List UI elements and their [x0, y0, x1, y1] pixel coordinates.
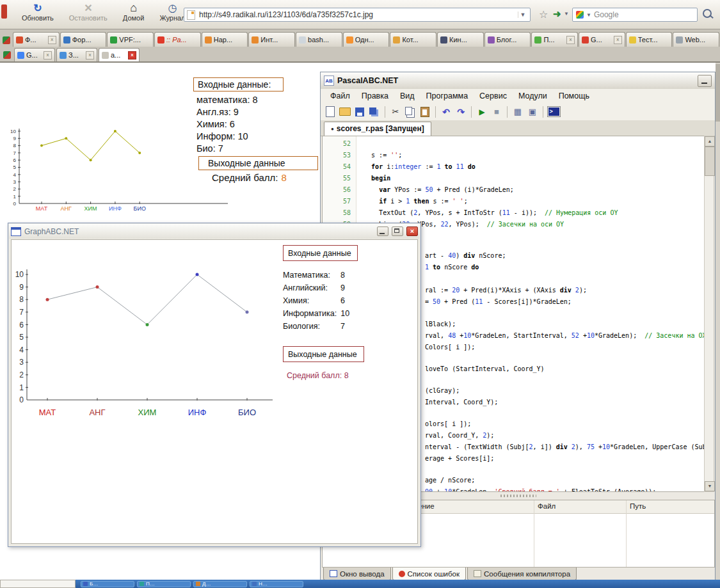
average-score-value: 8 [281, 172, 286, 183]
minimize-button[interactable] [377, 226, 388, 236]
form-icon [11, 227, 21, 236]
code-text: if i > 1 then s := ' '; [356, 196, 468, 207]
tab-close-icon[interactable]: x [128, 51, 136, 60]
menu-item[interactable]: Вид [394, 90, 420, 102]
menu-item[interactable]: Правка [356, 90, 394, 102]
menu-item[interactable]: Помощь [553, 90, 595, 102]
nav-home-button[interactable]: ⌂Домой [123, 2, 145, 22]
menu-item[interactable]: Файл [324, 90, 356, 102]
browser-tab[interactable]: Блог... [484, 32, 531, 47]
subject-label: Информатика: [283, 307, 337, 320]
search-engine-dropdown-icon[interactable]: ▼ [586, 12, 591, 18]
output-data-box: Выходные данные [283, 346, 364, 362]
browser-scrollbar[interactable] [716, 63, 720, 580]
maximize-button[interactable] [392, 226, 403, 236]
panel-tab-compiler-messages[interactable]: Сообщения компилятора [467, 568, 577, 580]
panel-tab-output-window[interactable]: Окно вывода [323, 568, 391, 580]
tab-close-icon[interactable]: x [614, 36, 622, 44]
open-icon [339, 107, 351, 116]
subject-value: 6 [340, 296, 345, 305]
scroll-down-icon[interactable]: ▼ [705, 481, 715, 491]
browser-tab[interactable]: Ф...x [13, 32, 60, 47]
nav-stop-button[interactable]: ✕Остановить [69, 2, 108, 22]
menu-bar: ФайлПравкаВидПрограммаСервисМодулиПомощь [321, 89, 715, 104]
browser-tab[interactable]: a...x [99, 48, 140, 61]
toolbar-undo-button[interactable]: ↶ [440, 106, 452, 118]
bookmark-star-icon[interactable]: ☆ [539, 8, 548, 20]
toolbar-run-button[interactable]: ▶ [476, 106, 488, 118]
code-text: for i:integer := 1 to 11 do [356, 161, 476, 173]
taskbar-button[interactable]: Б… [81, 581, 134, 587]
browser-tab[interactable]: Тест... [626, 32, 673, 47]
scrollbar-thumb[interactable] [716, 64, 720, 122]
toolbar-stop-button[interactable]: ■ [490, 106, 503, 118]
toolbar-console-button[interactable]: > [547, 106, 560, 118]
minimize-button[interactable] [698, 75, 712, 87]
browser-tab[interactable]: Фор... [60, 32, 107, 47]
browser-tab[interactable]: Web... [673, 32, 719, 47]
copy-icon [405, 107, 412, 115]
toolbar-open-button[interactable] [339, 106, 351, 118]
browser-tab[interactable]: Кин... [437, 32, 484, 47]
x-category-label: МАТ [36, 205, 48, 212]
toolbar-redo-button[interactable]: ↷ [454, 106, 467, 118]
input-line: Био: 7 [196, 143, 258, 155]
nav-refresh-button[interactable]: ↻Обновить [22, 2, 54, 22]
browser-tab[interactable]: bash... [296, 32, 342, 47]
browser-tab[interactable]: П...x [531, 32, 578, 47]
x-category-label: МАТ [39, 408, 56, 417]
error-list-icon [399, 571, 405, 577]
editor-scrollbar[interactable]: ▲ ▼ [704, 136, 714, 492]
browser-tab[interactable]: З...x [56, 48, 97, 61]
pascalabc-icon: AB [324, 75, 334, 86]
taskbar-button[interactable]: Д… [193, 581, 247, 587]
menu-item[interactable]: Модули [513, 90, 553, 102]
browser-tab[interactable]: Инт... [248, 32, 295, 47]
go-dropdown-icon[interactable]: ▼ [564, 11, 569, 17]
go-arrow-icon[interactable]: ➜ [553, 8, 561, 20]
browser-tab[interactable]: Кот... [390, 32, 436, 47]
series-line [47, 274, 247, 324]
browser-tab[interactable]: :: Pa... [154, 32, 201, 47]
tab-close-icon[interactable]: x [48, 36, 56, 44]
toolbar-windows-button[interactable]: ▣ [526, 106, 539, 118]
toolbar-cut-button[interactable]: ✂ [389, 106, 402, 118]
input-line: математика: 8 [196, 94, 258, 106]
browser-tab[interactable]: Одн... [343, 32, 390, 47]
average-score-line: Средний балл:8 [212, 172, 287, 183]
undo-icon: ↶ [442, 107, 450, 117]
editor-scrollbar-thumb[interactable] [705, 147, 715, 176]
address-bar[interactable]: http://s49.radikal.ru/i123/1103/6d/a735f… [184, 8, 531, 22]
browser-tab[interactable]: G...x [14, 48, 55, 61]
taskbar-button[interactable]: П… [137, 581, 191, 587]
browser-tab[interactable]: VPF:... [107, 32, 154, 47]
browser-tab[interactable]: G...x [579, 32, 625, 47]
toolbar-paste-button[interactable] [419, 106, 431, 118]
toolbar-new-file-button[interactable] [324, 106, 337, 118]
browser-tab[interactable]: Нар... [202, 32, 248, 47]
taskbar-button-label: П… [146, 581, 155, 587]
address-dropdown-icon[interactable]: ▼ [518, 12, 527, 18]
close-button[interactable]: × [406, 226, 418, 236]
search-box[interactable]: ▼ Google [572, 8, 698, 22]
code-fragment: loveTo (StartInterval, Coord_Y) [425, 363, 545, 375]
scroll-up-icon[interactable]: ▲ [705, 136, 715, 147]
tab-close-icon[interactable]: x [44, 51, 52, 60]
menu-item[interactable]: Сервис [474, 90, 513, 102]
toolbar-modules-button[interactable]: ▦ [511, 106, 524, 118]
search-icon[interactable] [703, 9, 712, 18]
pascalabc-titlebar[interactable]: AB PascalABC.NET [321, 72, 715, 90]
toolbar-save-button[interactable] [353, 106, 366, 118]
menu-item[interactable]: Программа [420, 90, 474, 102]
toolbar-copy-button[interactable] [404, 106, 417, 118]
toolbar-save-all-button[interactable] [368, 106, 381, 118]
tab-close-icon[interactable]: x [566, 36, 575, 44]
column-header-file: Файл [538, 502, 556, 510]
nav-history-button[interactable]: ◷Журнал [159, 2, 185, 22]
tab-close-icon[interactable]: x [86, 51, 94, 60]
editor-tab[interactable]: ● scores_r.pas [Запущен] [324, 122, 431, 136]
graphabc-titlebar[interactable]: GraphABC.NET × [9, 224, 420, 239]
taskbar-button[interactable]: Н… [250, 581, 303, 587]
panel-tab-error-list[interactable]: Список ошибок [392, 568, 467, 580]
line-number: 52 [323, 138, 356, 150]
